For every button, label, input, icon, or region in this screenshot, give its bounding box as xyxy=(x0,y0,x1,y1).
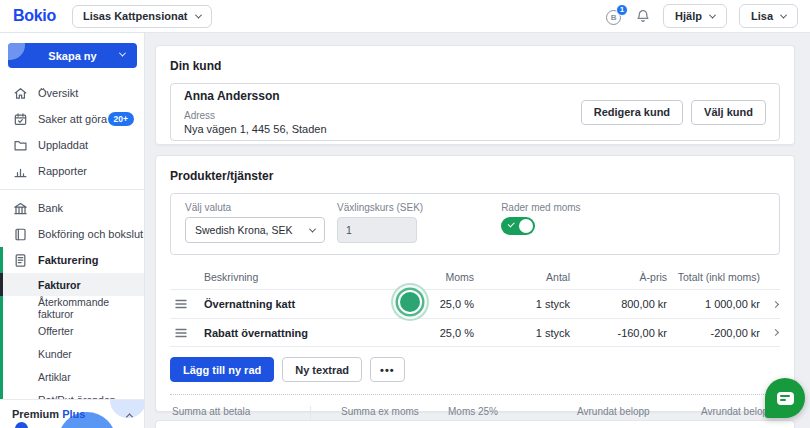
exchange-rate-input[interactable] xyxy=(337,217,417,243)
more-options-button[interactable]: ••• xyxy=(370,357,405,382)
row-vat: 25,0 % xyxy=(384,327,474,339)
row-vat: 25,0 % xyxy=(384,298,474,310)
header-unit-price: À-pris xyxy=(570,271,667,283)
row-quantity: 1 styck xyxy=(474,327,570,339)
currency-label: Välj valuta xyxy=(185,202,325,213)
header-vat: Moms xyxy=(384,271,474,283)
sidebar-item-bookkeeping[interactable]: Bokföring och bokslut xyxy=(0,221,144,247)
user-menu-label: Lisa xyxy=(751,10,773,22)
sidebar-item-overview[interactable]: Översikt xyxy=(0,80,144,106)
row-quantity: 1 styck xyxy=(474,298,570,310)
chevron-down-icon xyxy=(195,11,202,18)
summary-label: Avrundat belopp xyxy=(577,406,701,417)
sidebar-item-label: Rapporter xyxy=(38,165,87,177)
premium-plan-footer[interactable]: Premium Plus xyxy=(0,399,144,428)
sidebar: Skapa ny Översikt Saker att göra 20+ Upp… xyxy=(0,33,145,428)
row-description: Rabatt övernattning xyxy=(204,327,384,339)
products-card-title: Produkter/tjänster xyxy=(170,169,780,183)
sidebar-item-reports[interactable]: Rapporter xyxy=(0,158,144,184)
sidebar-subitem-articles[interactable]: Artiklar xyxy=(0,365,144,388)
drag-handle[interactable] xyxy=(170,328,204,338)
table-row[interactable]: Rabatt övernattning 25,0 % 1 styck -160,… xyxy=(170,318,780,347)
chevron-down-icon xyxy=(709,11,716,18)
chevron-right-icon[interactable] xyxy=(772,300,779,307)
choose-customer-button[interactable]: Välj kund xyxy=(691,100,766,125)
currency-settings-box: Välj valuta Swedish Krona, SEK Växlingsk… xyxy=(170,193,780,255)
new-text-row-button[interactable]: Ny textrad xyxy=(282,357,362,382)
toggle-knob xyxy=(519,219,533,233)
notifications-button[interactable] xyxy=(635,8,651,24)
currency-selected-value: Swedish Krona, SEK xyxy=(195,224,292,236)
row-total: -200,00 kr xyxy=(667,327,760,339)
sidebar-item-todo[interactable]: Saker att göra 20+ xyxy=(0,106,144,132)
company-switcher-label: Lisas Kattpensionat xyxy=(83,10,188,22)
sidebar-item-label: Fakturering xyxy=(38,254,99,266)
drag-handle[interactable] xyxy=(170,299,204,309)
top-bar: Bokio Lisas Kattpensionat B 1 Hjälp Lisa xyxy=(0,0,810,33)
header-quantity: Antal xyxy=(474,271,570,283)
sidebar-item-uploads[interactable]: Uppladdat xyxy=(0,132,144,158)
user-menu-button[interactable]: Lisa xyxy=(739,4,798,28)
chat-launcher-button[interactable] xyxy=(765,378,805,418)
sidebar-subitem-quotes[interactable]: Offerter xyxy=(0,319,144,342)
create-button-decoration xyxy=(8,43,25,60)
check-icon xyxy=(508,220,515,227)
sidebar-subitem-label: Kunder xyxy=(38,348,72,360)
sidebar-subitem-recurring-invoices[interactable]: Återkommande fakturor xyxy=(0,296,144,319)
currency-select[interactable]: Swedish Krona, SEK xyxy=(185,217,325,243)
table-row[interactable]: Övernattning katt 25,0 % 1 styck 800,00 … xyxy=(170,289,780,318)
sidebar-subitem-label: Fakturor xyxy=(38,279,81,291)
vat-rows-toggle[interactable] xyxy=(501,217,535,235)
folder-icon xyxy=(13,138,28,153)
company-switcher[interactable]: Lisas Kattpensionat xyxy=(72,5,213,28)
premium-plan-name: Plus xyxy=(62,408,85,420)
sidebar-subitem-invoices[interactable]: Fakturor xyxy=(0,273,144,296)
sidebar-item-label: Saker att göra xyxy=(38,113,107,125)
create-new-button[interactable]: Skapa ny xyxy=(8,43,137,68)
row-unit-price: -160,00 kr xyxy=(570,327,667,339)
create-new-label: Skapa ny xyxy=(48,50,96,62)
bokio-logo: Bokio xyxy=(13,7,56,25)
exchange-rate-field: Växlingskurs (SEK) xyxy=(337,202,423,243)
sidebar-item-label: Bokföring och bokslut xyxy=(38,228,143,240)
summary-label: Summa ex moms xyxy=(341,406,448,417)
edit-customer-button[interactable]: Redigera kund xyxy=(581,100,683,125)
vat-rows-field: Rader med moms xyxy=(501,202,580,243)
summary-label: Summa att betala xyxy=(172,406,310,417)
sidebar-subitem-customers[interactable]: Kunder xyxy=(0,342,144,365)
chevron-down-icon xyxy=(119,50,126,57)
bank-icon xyxy=(13,201,28,216)
row-description: Övernattning katt xyxy=(204,298,384,310)
exchange-rate-label: Växlingskurs (SEK) xyxy=(337,202,423,213)
customer-details: Anna Andersson Adress Nya vägen 1, 445 5… xyxy=(184,89,327,135)
chevron-down-icon xyxy=(780,11,787,18)
sidebar-item-label: Översikt xyxy=(38,87,78,99)
premium-plan-label: Premium Plus xyxy=(12,408,144,420)
bell-icon xyxy=(635,8,651,24)
sidebar-divider xyxy=(0,189,144,190)
row-unit-price: 800,00 kr xyxy=(570,298,667,310)
chat-icon xyxy=(777,392,794,405)
premium-label: Premium xyxy=(12,408,59,420)
notification-badge: 1 xyxy=(616,4,628,16)
customer-card-title: Din kund xyxy=(170,59,780,73)
sidebar-item-bank[interactable]: Bank xyxy=(0,195,144,221)
sidebar-item-invoicing[interactable]: Fakturering xyxy=(0,247,144,273)
drag-handle-icon xyxy=(175,328,187,338)
help-menu-label: Hjälp xyxy=(675,10,702,22)
sidebar-item-label: Bank xyxy=(38,202,63,214)
header-total: Totalt (inkl moms) xyxy=(667,271,760,283)
sidebar-subitem-label: Återkommande fakturor xyxy=(38,296,144,320)
customer-address: Nya vägen 1, 445 56, Staden xyxy=(184,123,327,135)
add-row-button[interactable]: Lägg till ny rad xyxy=(170,357,274,382)
chevron-right-icon[interactable] xyxy=(772,329,779,336)
help-menu-button[interactable]: Hjälp xyxy=(663,4,727,28)
address-label: Adress xyxy=(184,110,327,121)
customer-name: Anna Andersson xyxy=(184,89,327,103)
drag-handle-icon xyxy=(175,299,187,309)
sidebar-item-label: Uppladdat xyxy=(38,139,88,151)
premium-decoration-circle xyxy=(15,422,28,428)
rewards-coin-button[interactable]: B 1 xyxy=(606,8,623,25)
customer-card: Din kund Anna Andersson Adress Nya vägen… xyxy=(155,45,795,145)
home-icon xyxy=(13,86,28,101)
